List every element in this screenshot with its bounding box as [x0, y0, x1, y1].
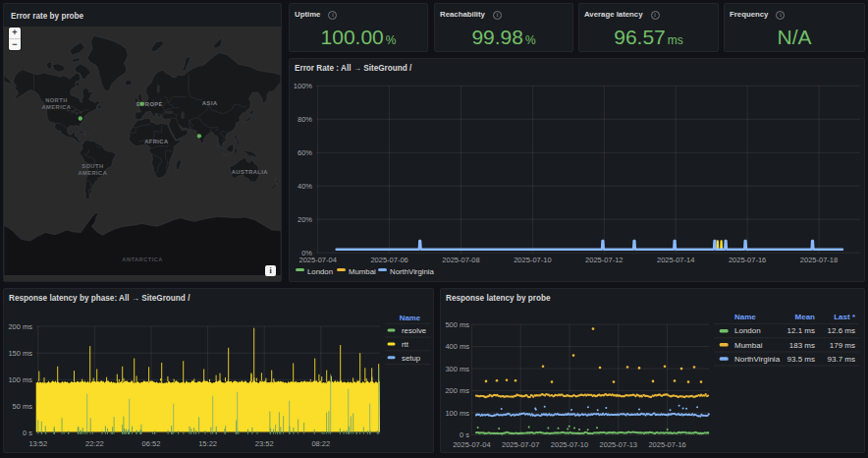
svg-text:Mean: Mean — [795, 313, 816, 321]
svg-text:Name: Name — [734, 313, 756, 321]
svg-text:15:22: 15:22 — [198, 439, 217, 448]
svg-text:London: London — [734, 326, 761, 335]
svg-text:Mumbai: Mumbai — [349, 267, 376, 276]
svg-text:2025-07-14: 2025-07-14 — [657, 256, 694, 264]
svg-text:2025-07-18: 2025-07-18 — [800, 256, 838, 264]
svg-text:Name: Name — [400, 314, 421, 322]
svg-text:2025-07-13: 2025-07-13 — [600, 440, 637, 449]
svg-text:100 ms: 100 ms — [8, 375, 32, 384]
svg-text:NORTH: NORTH — [45, 97, 68, 103]
svg-text:0 s: 0 s — [23, 429, 32, 437]
svg-text:23:52: 23:52 — [255, 439, 274, 448]
svg-text:22:22: 22:22 — [85, 439, 104, 448]
svg-text:setup: setup — [402, 354, 421, 363]
svg-text:London: London — [307, 267, 333, 276]
svg-text:ASIA: ASIA — [202, 100, 217, 106]
svg-text:60%: 60% — [298, 148, 312, 157]
svg-text:200 ms: 200 ms — [8, 322, 32, 331]
svg-text:06:52: 06:52 — [142, 439, 161, 448]
svg-text:ANTARCTICA: ANTARCTICA — [122, 257, 163, 262]
svg-text:200 ms: 200 ms — [445, 386, 469, 395]
svg-text:13:52: 13:52 — [28, 439, 47, 448]
svg-text:50 ms: 50 ms — [13, 402, 33, 411]
svg-text:2025-07-10: 2025-07-10 — [551, 440, 588, 449]
svg-text:AMERICA: AMERICA — [78, 170, 107, 176]
svg-text:NorthVirginia: NorthVirginia — [390, 267, 435, 276]
svg-text:AFRICA: AFRICA — [144, 139, 168, 144]
svg-text:179 ms: 179 ms — [830, 341, 855, 350]
svg-text:AUSTRALIA: AUSTRALIA — [232, 169, 268, 175]
svg-text:2025-07-12: 2025-07-12 — [585, 256, 623, 264]
svg-text:183 ms: 183 ms — [789, 341, 815, 350]
svg-text:SOUTH: SOUTH — [81, 163, 103, 169]
svg-text:Mumbai: Mumbai — [734, 341, 763, 350]
svg-text:500 ms: 500 ms — [445, 320, 469, 329]
svg-text:2025-07-06: 2025-07-06 — [370, 256, 407, 264]
svg-text:rtt: rtt — [402, 340, 409, 349]
svg-text:93.5 ms: 93.5 ms — [787, 355, 815, 364]
svg-text:AMERICA: AMERICA — [42, 104, 72, 110]
svg-text:2025-07-08: 2025-07-08 — [442, 256, 479, 264]
svg-text:0 s: 0 s — [460, 430, 469, 439]
svg-text:2025-07-10: 2025-07-10 — [514, 256, 551, 264]
svg-text:08:22: 08:22 — [311, 439, 330, 448]
svg-text:0%: 0% — [301, 249, 312, 258]
svg-text:2025-07-04: 2025-07-04 — [453, 440, 490, 449]
svg-text:resolve: resolve — [402, 326, 426, 335]
svg-text:40%: 40% — [298, 182, 312, 191]
svg-text:150 ms: 150 ms — [8, 349, 32, 358]
svg-text:80%: 80% — [298, 115, 312, 124]
svg-text:Last *: Last * — [834, 313, 856, 321]
svg-text:2025-07-16: 2025-07-16 — [648, 440, 685, 449]
svg-text:100%: 100% — [294, 82, 313, 90]
svg-text:2025-07-16: 2025-07-16 — [729, 256, 766, 264]
svg-text:2025-07-07: 2025-07-07 — [502, 440, 539, 449]
svg-text:100 ms: 100 ms — [445, 409, 469, 418]
svg-text:12.1 ms: 12.1 ms — [787, 326, 815, 335]
svg-text:NorthVirginia: NorthVirginia — [734, 355, 781, 364]
svg-text:20%: 20% — [298, 215, 312, 224]
svg-text:400 ms: 400 ms — [445, 342, 469, 351]
svg-text:12.6 ms: 12.6 ms — [828, 326, 855, 335]
svg-text:93.7 ms: 93.7 ms — [828, 355, 855, 364]
svg-text:300 ms: 300 ms — [445, 365, 469, 373]
